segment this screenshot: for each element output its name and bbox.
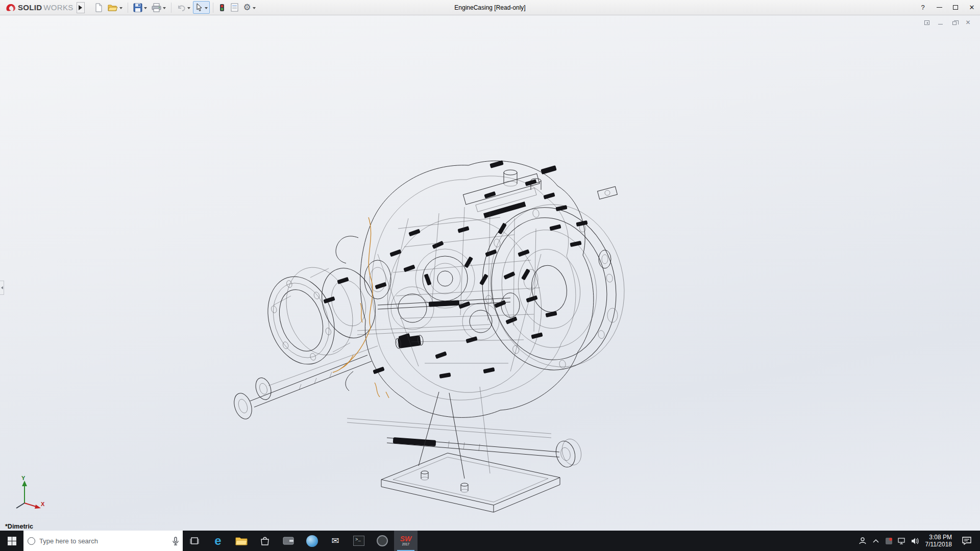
solidworks-year-text: 2017 xyxy=(402,543,409,546)
dock-window-icon xyxy=(924,20,929,25)
file-explorer-icon xyxy=(235,536,248,546)
titlebar: SOLIDWORKS xyxy=(0,0,980,15)
options-button[interactable]: ⚙ xyxy=(241,1,258,14)
solidworks-app-icon: SW 2017 xyxy=(400,535,412,546)
rebuild-button[interactable] xyxy=(216,1,228,14)
dassault-systemes-logo-icon xyxy=(5,3,16,13)
help-icon: ? xyxy=(921,4,924,11)
network-icon xyxy=(898,537,906,544)
system-tray: 3:08 PM 7/11/2018 xyxy=(856,531,980,551)
volume-icon xyxy=(911,537,920,545)
close-icon: ✕ xyxy=(969,4,975,11)
maximize-icon xyxy=(953,5,958,10)
doc-close-button[interactable]: ✕ xyxy=(964,19,972,26)
doc-close-icon: ✕ xyxy=(965,19,970,26)
menu-flyout-button[interactable] xyxy=(77,2,85,13)
rebuild-traffic-light-icon xyxy=(218,4,226,12)
taskbar-browser-button[interactable] xyxy=(300,531,324,551)
tray-network-button[interactable] xyxy=(896,531,909,551)
taskbar-edge-button[interactable]: e xyxy=(206,531,230,551)
flyout-arrow-icon xyxy=(79,5,85,10)
quick-access-toolbar: ⚙ xyxy=(92,1,258,14)
document-window-controls: ✕ xyxy=(923,19,972,26)
maximize-button[interactable] xyxy=(947,0,964,15)
action-center-button[interactable] xyxy=(957,531,976,551)
taskbar-file-explorer-button[interactable] xyxy=(230,531,253,551)
document-title: EngineCasing [Read-only] xyxy=(454,4,525,11)
save-button[interactable] xyxy=(131,1,149,14)
task-view-icon xyxy=(189,536,200,546)
file-properties-icon xyxy=(230,3,239,12)
close-button[interactable]: ✕ xyxy=(964,0,980,15)
minimize-icon xyxy=(937,7,942,8)
options-dropdown-arrow[interactable] xyxy=(253,7,256,11)
taskbar-app-button[interactable] xyxy=(371,531,394,551)
tray-notification-app-button[interactable] xyxy=(883,531,896,551)
search-input[interactable] xyxy=(39,537,168,545)
view-orientation-label: *Dimetric xyxy=(5,523,33,530)
windows-taskbar: e ✉ >_ SW 2017 xyxy=(0,531,980,551)
feature-panel-collapse-handle[interactable] xyxy=(0,281,4,295)
options-gear-icon: ⚙ xyxy=(243,3,251,12)
chevron-up-icon xyxy=(873,539,879,543)
select-cursor-icon xyxy=(195,3,203,12)
open-dropdown-arrow[interactable] xyxy=(119,7,122,11)
store-bag-icon xyxy=(260,536,270,546)
solidworks-brand: SOLIDWORKS xyxy=(0,3,77,13)
clock-time: 3:08 PM xyxy=(929,534,952,541)
select-dropdown-arrow[interactable] xyxy=(205,7,208,11)
browser-globe-icon xyxy=(306,535,318,547)
new-document-button[interactable] xyxy=(92,1,105,14)
print-button[interactable] xyxy=(150,1,168,14)
help-button[interactable]: ? xyxy=(915,0,931,15)
doc-restore-icon xyxy=(952,21,957,25)
minimize-button[interactable] xyxy=(931,0,947,15)
tray-people-button[interactable] xyxy=(856,531,869,551)
wallet-icon xyxy=(283,536,294,545)
taskbar-solidworks-button[interactable]: SW 2017 xyxy=(394,531,418,551)
triad-axes-icon xyxy=(9,477,49,513)
toolbar-separator xyxy=(171,3,172,13)
file-properties-button[interactable] xyxy=(228,1,241,14)
task-view-button[interactable] xyxy=(183,531,206,551)
doc-minimize-button[interactable] xyxy=(937,19,944,26)
select-button[interactable] xyxy=(193,1,210,14)
triad-y-label: Y xyxy=(21,475,25,481)
doc-restore-button[interactable] xyxy=(950,19,958,26)
open-button[interactable] xyxy=(106,1,125,14)
doc-dock-button[interactable] xyxy=(923,19,930,26)
taskbar-wallet-button[interactable] xyxy=(277,531,300,551)
engine-casing-wireframe-model[interactable] xyxy=(225,152,664,514)
cortana-icon xyxy=(28,537,35,545)
orientation-triad[interactable]: Y X xyxy=(9,477,49,513)
print-dropdown-arrow[interactable] xyxy=(163,7,166,11)
app-circle-icon xyxy=(377,535,388,546)
tray-volume-button[interactable] xyxy=(909,531,922,551)
taskbar-store-button[interactable] xyxy=(253,531,277,551)
clock-date: 7/11/2018 xyxy=(925,541,952,548)
taskbar-terminal-button[interactable]: >_ xyxy=(347,531,371,551)
undo-button[interactable] xyxy=(175,1,192,14)
brand-text-works: WORKS xyxy=(43,3,73,12)
taskbar-clock[interactable]: 3:08 PM 7/11/2018 xyxy=(922,534,958,548)
taskbar-mail-button[interactable]: ✉ xyxy=(324,531,347,551)
new-document-icon xyxy=(94,3,103,12)
mail-icon: ✉ xyxy=(331,536,339,545)
tray-overflow-button[interactable] xyxy=(869,531,883,551)
triad-x-label: X xyxy=(41,501,44,507)
start-button[interactable] xyxy=(0,531,23,551)
tray-app-icon xyxy=(885,537,893,545)
undo-icon xyxy=(177,4,186,12)
undo-dropdown-arrow[interactable] xyxy=(187,7,190,11)
taskbar-search[interactable] xyxy=(23,531,183,551)
toolbar-separator xyxy=(128,3,128,13)
microphone-icon[interactable] xyxy=(173,537,179,545)
toolbar-separator xyxy=(213,3,213,13)
doc-minimize-icon xyxy=(938,24,943,24)
collapse-arrow-icon xyxy=(0,286,3,289)
open-folder-icon xyxy=(108,3,118,12)
edge-icon: e xyxy=(214,535,221,547)
save-dropdown-arrow[interactable] xyxy=(144,7,147,11)
terminal-icon: >_ xyxy=(353,536,364,546)
graphics-area[interactable]: ✕ xyxy=(0,15,980,531)
